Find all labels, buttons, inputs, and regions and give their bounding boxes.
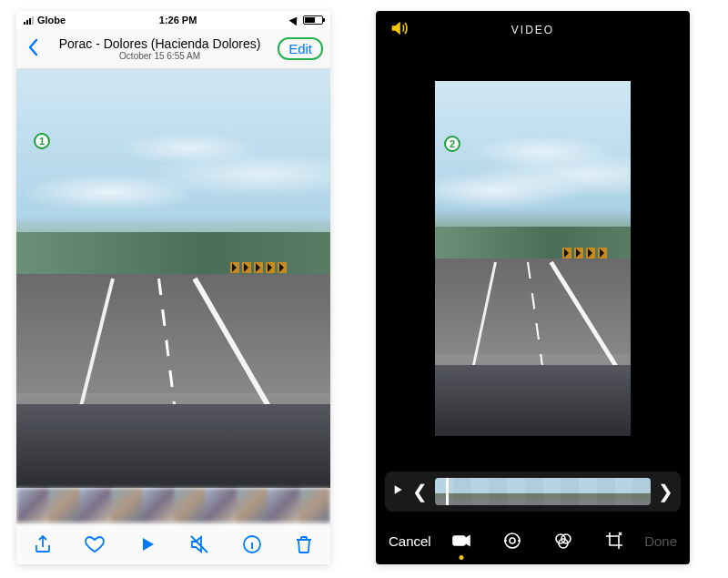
info-button[interactable] xyxy=(239,532,265,557)
title-text: Porac - Dolores (Hacienda Dolores) xyxy=(42,36,278,51)
back-button[interactable] xyxy=(24,38,42,60)
editor-canvas[interactable]: 2 xyxy=(376,49,690,462)
subtitle-text: October 15 6:55 AM xyxy=(42,51,278,61)
editor-toolbar: Cancel Done xyxy=(376,517,690,564)
edit-button[interactable]: Edit xyxy=(278,37,323,60)
play-button[interactable] xyxy=(135,532,160,557)
trim-handle-right[interactable]: ❯ xyxy=(656,481,675,502)
share-button[interactable] xyxy=(30,532,56,557)
trim-scrubber[interactable]: ❮ ❯ xyxy=(385,472,681,512)
delete-button[interactable] xyxy=(291,532,317,557)
status-bar: Globe 1:26 PM xyxy=(16,11,330,29)
editor-header: VIDEO xyxy=(376,11,690,49)
cancel-button[interactable]: Cancel xyxy=(389,533,431,549)
step-badge-1: 1 xyxy=(34,133,50,149)
done-button: Done xyxy=(644,533,677,549)
volume-button[interactable] xyxy=(389,18,409,42)
location-icon xyxy=(289,15,301,25)
video-tool-button[interactable] xyxy=(450,529,473,553)
page-title: Porac - Dolores (Hacienda Dolores) Octob… xyxy=(42,36,278,61)
clock-label: 1:26 PM xyxy=(159,15,197,25)
playhead[interactable] xyxy=(446,478,449,505)
adjust-tool-button[interactable] xyxy=(500,529,524,553)
editor-title: VIDEO xyxy=(409,24,657,36)
carrier-label: Globe xyxy=(37,15,66,25)
nav-bar: Porac - Dolores (Hacienda Dolores) Octob… xyxy=(16,29,330,69)
video-preview: 2 xyxy=(435,81,631,436)
media-preview[interactable]: 1 xyxy=(16,69,330,488)
thumbnail-strip[interactable] xyxy=(16,488,330,522)
battery-icon xyxy=(303,15,323,25)
svg-point-3 xyxy=(510,538,515,543)
svg-point-2 xyxy=(505,533,520,548)
signal-icon xyxy=(24,15,34,25)
photos-viewer-screen: Globe 1:26 PM Porac - Dolores (Hacienda … xyxy=(16,11,330,564)
step-badge-2: 2 xyxy=(444,136,460,152)
filters-tool-button[interactable] xyxy=(551,529,575,553)
video-editor-screen: VIDEO 2 ❮ xyxy=(376,11,690,564)
trim-handle-left[interactable]: ❮ xyxy=(410,481,430,502)
active-indicator-icon xyxy=(459,555,463,560)
mute-button[interactable] xyxy=(187,532,212,557)
scrubber-track[interactable] xyxy=(435,478,651,505)
favorite-button[interactable] xyxy=(82,532,107,557)
scrubber-play-button[interactable] xyxy=(390,482,405,501)
crop-tool-button[interactable] xyxy=(602,529,626,553)
bottom-toolbar xyxy=(16,522,330,564)
svg-rect-1 xyxy=(453,536,465,545)
